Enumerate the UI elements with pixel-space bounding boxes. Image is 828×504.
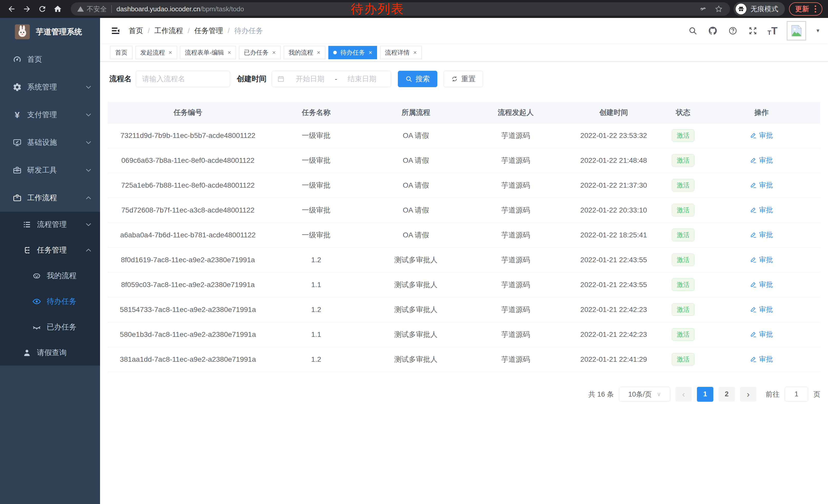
avatar[interactable] <box>787 21 806 41</box>
reset-button[interactable]: 重置 <box>444 71 483 87</box>
sidebar-item-dev-tools[interactable]: 研发工具 <box>0 156 100 184</box>
table-row: 73211d9d-7b9b-11ec-b5b7-acde48001122 一级审… <box>108 123 820 148</box>
tab-close-icon[interactable]: × <box>227 49 231 56</box>
help-icon[interactable] <box>728 26 738 36</box>
browser-back-button[interactable] <box>6 3 17 15</box>
status-badge: 激活 <box>672 229 694 241</box>
tab-label: 流程表单-编辑 <box>185 48 224 57</box>
cell-task-id: 75d72608-7b7f-11ec-a3c8-acde48001122 <box>108 198 268 223</box>
password-key-icon[interactable] <box>698 4 708 14</box>
page-size-select[interactable]: 10条/页 ∨ <box>619 387 670 402</box>
table-row: 8f059c03-7ac8-11ec-a9e2-a2380e71991a 1.1… <box>108 272 820 297</box>
tab-close-icon[interactable]: × <box>413 49 417 56</box>
browser-menu-icon[interactable] <box>814 4 817 13</box>
sidebar-item-label: 工作流程 <box>27 193 57 203</box>
workflow-submenu: 流程管理 任务管理 我的流程 待办任务 <box>0 212 100 366</box>
browser-forward-button[interactable] <box>21 3 33 15</box>
github-icon[interactable] <box>707 26 718 36</box>
reset-button-label: 重置 <box>461 74 475 84</box>
sidebar-item-infrastructure[interactable]: 基础设施 <box>0 129 100 156</box>
sidebar-item-payment[interactable]: ¥ 支付管理 <box>0 101 100 129</box>
cell-task-id: 73211d9d-7b9b-11ec-b5b7-acde48001122 <box>108 123 268 148</box>
flow-branch-icon <box>22 245 32 256</box>
logo-row[interactable]: 芋道管理系统 <box>0 18 100 46</box>
cell-starter: 芋道源码 <box>468 272 564 297</box>
approve-button[interactable]: 审批 <box>750 305 773 314</box>
cell-status: 激活 <box>664 173 703 198</box>
page-button-1[interactable]: 1 <box>697 387 713 402</box>
cell-process: OA 请假 <box>364 223 468 247</box>
next-page-button[interactable]: › <box>740 387 756 402</box>
approve-button[interactable]: 审批 <box>750 280 773 289</box>
fullscreen-icon[interactable] <box>747 26 758 36</box>
status-badge: 激活 <box>672 328 694 341</box>
page-button-2[interactable]: 2 <box>718 387 735 402</box>
approve-button[interactable]: 审批 <box>750 230 773 239</box>
bookmark-star-icon[interactable] <box>714 4 724 14</box>
prev-page-button[interactable]: ‹ <box>675 387 692 402</box>
app-title: 芋道管理系统 <box>36 27 82 37</box>
cell-status: 激活 <box>664 198 703 223</box>
sidebar-item-label: 已办任务 <box>47 322 76 332</box>
sidebar-item-leave-query[interactable]: 请假查询 <box>0 340 100 366</box>
tab-close-icon[interactable]: × <box>317 49 320 56</box>
sidebar-item-my-process[interactable]: 我的流程 <box>0 263 100 289</box>
cell-task-id: 580e1b3d-7ac8-11ec-a9e2-a2380e71991a <box>108 322 268 347</box>
edit-pencil-icon <box>750 132 757 139</box>
sidebar-item-label: 待办任务 <box>47 296 76 307</box>
search-button[interactable]: 搜索 <box>398 71 437 87</box>
approve-button[interactable]: 审批 <box>750 205 773 215</box>
hamburger-icon <box>110 26 121 36</box>
breadcrumb-task-management[interactable]: 任务管理 <box>195 26 223 36</box>
approve-button[interactable]: 审批 <box>750 155 773 165</box>
approve-button[interactable]: 审批 <box>750 255 773 264</box>
sidebar-item-process-management[interactable]: 流程管理 <box>0 212 100 237</box>
process-name-input[interactable] <box>136 71 230 87</box>
sidebar-item-label: 研发工具 <box>27 165 57 175</box>
url-bar[interactable]: 不安全 dashboard.yudao.iocoder.cn /bpm/task… <box>71 2 730 16</box>
tab-process-detail[interactable]: 流程详情 × <box>380 46 422 59</box>
pagination: 共 16 条 10条/页 ∨ ‹ 1 2 › 前往 页 <box>108 387 820 402</box>
tab-close-icon[interactable]: × <box>272 49 276 56</box>
sidebar-item-home[interactable]: 首页 <box>0 46 100 73</box>
cell-task-id: 58154733-7ac8-11ec-a9e2-a2380e71991a <box>108 297 268 322</box>
tab-close-icon[interactable]: × <box>369 49 372 56</box>
sidebar-item-done-tasks[interactable]: 已办任务 <box>0 314 100 340</box>
page-unit-label: 页 <box>813 390 820 399</box>
tab-done-tasks[interactable]: 已办任务 × <box>239 46 281 59</box>
cell-process: 测试多审批人 <box>364 272 468 297</box>
approve-button[interactable]: 审批 <box>750 355 773 364</box>
sidebar-item-system[interactable]: 系统管理 <box>0 73 100 101</box>
tab-start-process[interactable]: 发起流程 × <box>135 46 177 59</box>
incognito-icon <box>736 4 746 14</box>
sidebar-collapse-button[interactable] <box>110 25 121 36</box>
search-icon[interactable] <box>688 26 698 36</box>
table-header-row: 任务编号 任务名称 所属流程 流程发起人 创建时间 状态 操作 <box>108 102 820 123</box>
font-size-icon[interactable]: TT <box>768 26 778 36</box>
date-range-picker[interactable]: 开始日期 - 结束日期 <box>272 71 391 87</box>
sidebar-item-task-management[interactable]: 任务管理 <box>0 237 100 263</box>
approve-label: 审批 <box>759 155 773 165</box>
approve-button[interactable]: 审批 <box>750 180 773 190</box>
cell-task-id: 069c6a63-7b8a-11ec-8ef0-acde48001122 <box>108 148 268 173</box>
url-divider <box>111 5 112 13</box>
breadcrumb-separator: / <box>188 27 190 35</box>
avatar-caret-icon[interactable]: ▼ <box>816 28 820 34</box>
breadcrumb-home[interactable]: 首页 <box>129 26 143 36</box>
tab-todo-tasks[interactable]: 待办任务 × <box>328 46 377 59</box>
sidebar-item-todo-tasks[interactable]: 待办任务 <box>0 289 100 314</box>
browser-home-button[interactable] <box>52 3 64 15</box>
sidebar-item-workflow[interactable]: 工作流程 <box>0 184 100 212</box>
cell-status: 激活 <box>664 247 703 272</box>
browser-reload-button[interactable] <box>36 3 48 15</box>
tab-close-icon[interactable]: × <box>169 49 172 56</box>
approve-button[interactable]: 审批 <box>750 330 773 339</box>
tab-my-process[interactable]: 我的流程 × <box>284 46 325 59</box>
cell-actions: 审批 <box>703 173 820 198</box>
breadcrumb-workflow[interactable]: 工作流程 <box>155 26 183 36</box>
tab-home[interactable]: 首页 <box>110 46 132 59</box>
tab-process-form-edit[interactable]: 流程表单-编辑 × <box>180 46 236 59</box>
goto-page-input[interactable] <box>785 387 808 402</box>
approve-button[interactable]: 审批 <box>750 131 773 140</box>
browser-update-button[interactable]: 更新 <box>789 2 822 16</box>
